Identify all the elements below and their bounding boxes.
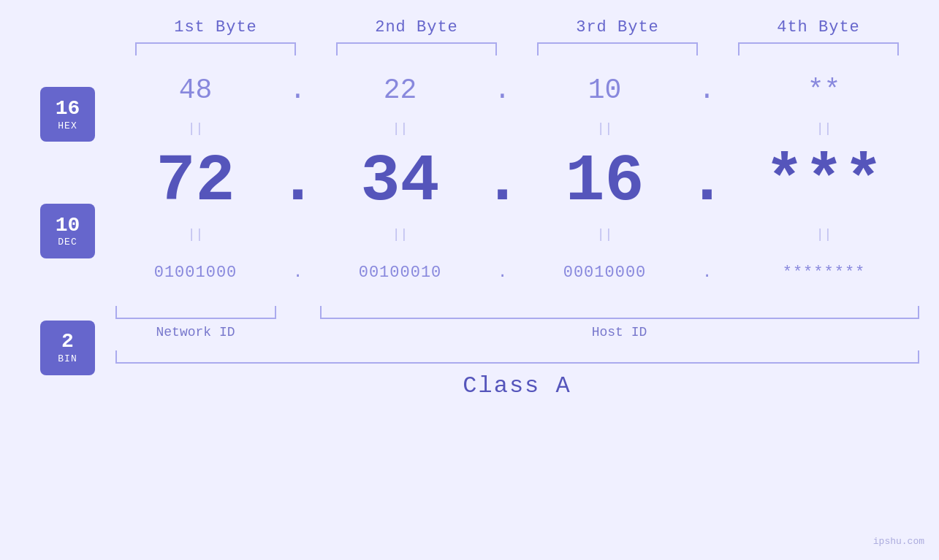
dec-sep2: . [482, 145, 522, 219]
byte4-top-bracket [738, 42, 899, 55]
byte4-header: 4th Byte [734, 18, 902, 37]
hex-badge: 16 HEX [40, 87, 95, 142]
watermark: ipshu.com [873, 536, 924, 547]
eq1-b1: || [115, 121, 276, 136]
dec-b4: *** [764, 145, 883, 219]
bin-b2: 00100010 [359, 264, 442, 282]
eq1-b4: || [729, 121, 919, 136]
byte3-top-bracket [537, 42, 698, 55]
bin-b1: 01001000 [154, 264, 237, 282]
id-labels: Network ID Host ID [115, 325, 919, 347]
dec-b1: 72 [156, 145, 235, 219]
eq2-b3: || [525, 227, 685, 242]
bin-row: 01001000 . 00100010 . 00010000 . [115, 245, 919, 300]
host-id-label: Host ID [320, 325, 919, 340]
dec-b3: 16 [565, 145, 644, 219]
byte2-header: 2nd Byte [332, 18, 501, 37]
segment-brackets [115, 306, 919, 321]
equals-row-1: || || || || [115, 118, 919, 139]
class-label: Class A [463, 372, 571, 399]
dec-b2: 34 [360, 145, 439, 219]
byte1-header: 1st Byte [132, 18, 300, 37]
network-id-label: Network ID [115, 325, 276, 340]
eq2-b2: || [320, 227, 481, 242]
hex-b3: 10 [588, 74, 622, 106]
hex-b4: ** [807, 74, 841, 106]
eq1-b2: || [320, 121, 481, 136]
eq2-b1: || [115, 227, 276, 242]
bin-sep3: . [702, 264, 712, 282]
dec-sep1: . [278, 145, 317, 219]
dec-badge: 10 DEC [40, 204, 95, 258]
bin-base-label: BIN [58, 353, 77, 364]
dec-sep3: . [687, 145, 726, 219]
bin-base-number: 2 [61, 331, 74, 353]
bin-sep2: . [498, 264, 507, 282]
eq1-b3: || [525, 121, 685, 136]
eq2-b4: || [729, 227, 919, 242]
dec-row: 72 . 34 . 16 . *** [115, 139, 919, 223]
hex-b2: 22 [384, 74, 417, 106]
class-label-container: Class A [115, 372, 919, 399]
hex-base-label: HEX [58, 120, 77, 131]
hex-sep3: . [699, 74, 715, 106]
dec-base-number: 10 [56, 215, 80, 237]
hex-sep2: . [494, 74, 511, 106]
bin-sep1: . [293, 264, 303, 282]
hex-b1: 48 [179, 74, 213, 106]
network-bracket [115, 306, 276, 319]
byte3-header: 3rd Byte [533, 18, 702, 37]
byte1-top-bracket [135, 42, 296, 55]
equals-row-2: || || || || [115, 223, 919, 245]
host-bracket [320, 306, 919, 319]
main-container: 1st Byte 2nd Byte 3rd Byte 4th Byte 16 H… [0, 0, 939, 560]
byte2-top-bracket [336, 42, 497, 55]
bin-b3: 00010000 [563, 264, 647, 282]
bin-b4: ******** [783, 264, 866, 282]
bin-badge: 2 BIN [40, 321, 95, 375]
hex-base-number: 16 [56, 98, 80, 120]
hex-row: 48 . 22 . 10 . ** [115, 63, 919, 118]
hex-sep1: . [289, 74, 306, 106]
long-bottom-bracket [115, 350, 919, 364]
dec-base-label: DEC [58, 237, 77, 248]
